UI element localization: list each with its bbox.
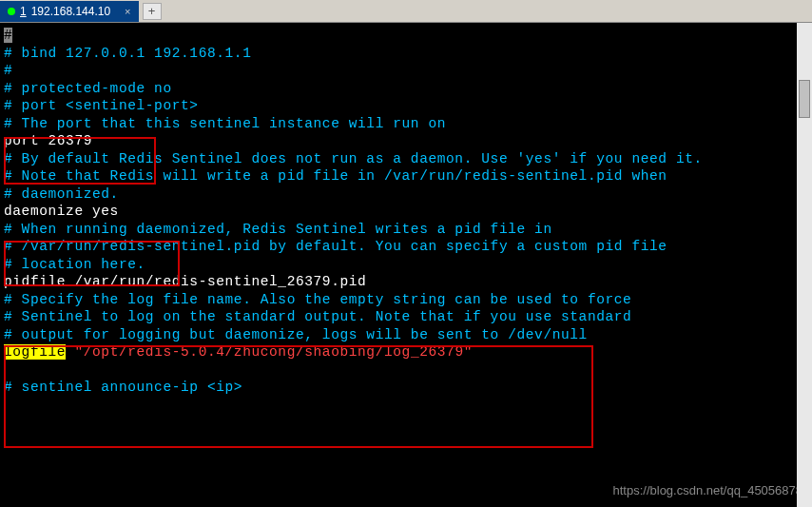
watermark-blog: https://blog.csdn.net/qq_45056878 xyxy=(613,482,803,500)
config-line: # /var/run/redis-sentinel.pid by default… xyxy=(4,238,808,256)
plus-icon: + xyxy=(148,4,156,18)
config-line: # daemonized. xyxy=(4,185,808,204)
add-tab-button[interactable]: + xyxy=(143,3,162,20)
close-icon[interactable]: × xyxy=(125,6,130,17)
logfile-value: "/opt/redis-5.0.4/zhucong/shaobing/log_2… xyxy=(66,344,473,360)
scrollbar-thumb[interactable] xyxy=(799,80,810,118)
config-port: port 26379 xyxy=(4,132,808,150)
config-line: # protected-mode no xyxy=(4,80,808,98)
config-line xyxy=(4,361,808,380)
config-daemonize: daemonize yes xyxy=(4,203,808,221)
tab-bar: 1 192.168.144.10 × + xyxy=(0,0,812,23)
config-line: # The port that this sentinel instance w… xyxy=(4,115,808,133)
cursor: # xyxy=(4,28,12,43)
config-line: # port <sentinel-port> xyxy=(4,97,808,115)
config-line: # Specify the log file name. Also the em… xyxy=(4,291,808,309)
tab-title: 192.168.144.10 xyxy=(31,5,110,18)
config-line: # location here. xyxy=(4,256,808,274)
tab-active[interactable]: 1 192.168.144.10 × xyxy=(0,1,139,22)
terminal-viewport[interactable]: # # bind 127.0.0.1 192.168.1.1 # # prote… xyxy=(0,23,812,507)
vertical-scrollbar[interactable] xyxy=(797,23,812,507)
config-line: # output for logging but daemonize, logs… xyxy=(4,326,808,344)
config-line: # sentinel announce-ip <ip> xyxy=(4,379,808,397)
config-line: # Sentinel to log on the standard output… xyxy=(4,308,808,326)
config-pidfile: pidfile /var/run/redis-sentinel_26379.pi… xyxy=(4,273,808,291)
config-line: # When running daemonized, Redis Sentine… xyxy=(4,221,808,239)
config-line: # By default Redis Sentinel does not run… xyxy=(4,150,808,168)
config-line: # bind 127.0.0.1 192.168.1.1 xyxy=(4,45,808,63)
config-logfile: logfile "/opt/redis-5.0.4/zhucong/shaobi… xyxy=(4,343,808,361)
logfile-label: logfile xyxy=(4,344,66,360)
status-dot-icon xyxy=(8,8,15,15)
config-line: # Note that Redis will write a pid file … xyxy=(4,167,808,185)
config-line: # xyxy=(4,62,808,80)
tab-number: 1 xyxy=(20,5,27,18)
